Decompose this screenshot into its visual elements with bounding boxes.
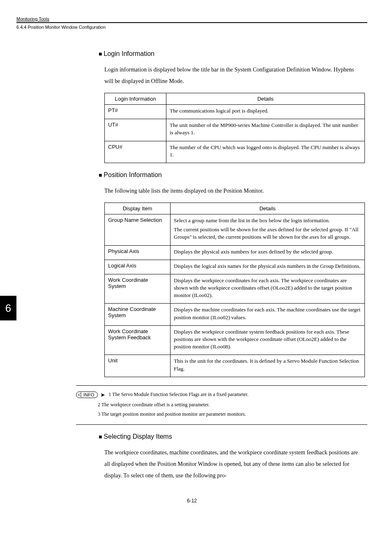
divider [76,424,367,425]
table-cell: The number of the CPU which was logged o… [166,141,365,163]
login-th-1: Details [166,93,365,105]
login-intro-text: Login information is displayed below the… [104,64,359,87]
table-cell: Displays the workpiece coordinates for e… [171,274,365,304]
table-row: CPU# [105,141,166,163]
info-note-2: 2 The workpiece coordinate offset is a s… [98,400,367,410]
section-heading-selecting: Selecting Display Items [99,433,359,440]
table-row: Unit [105,355,171,377]
position-th-0: Display Item [105,203,171,214]
table-row: Work Coordinate System [105,274,171,304]
section-heading-position: Position Information [99,171,359,179]
table-cell: The communications logical port is displ… [166,105,365,119]
page-number: 6-12 [16,498,367,504]
chapter-side-tab: 6 [0,296,16,320]
selecting-intro-text: The workpiece coordinates, machine coord… [104,447,359,481]
info-note-1: 1 The Servo Module Function Selection Fl… [108,391,248,398]
table-row: PT# [105,105,166,119]
table-cell: This is the unit for the coordinates. It… [171,355,365,377]
table-cell: Displays the workpiece coordinate system… [171,325,365,355]
info-note-row: INFO ➤ 1 The Servo Module Function Selec… [76,391,367,398]
table-row: Group Name Selection [105,214,171,245]
login-info-table: Login Information Details PT# The commun… [104,93,365,163]
info-badge-label: INFO [83,392,94,397]
running-header-title: Monitoring Tools [16,16,367,21]
table-cell: Displays the machine coordinates for eac… [171,304,365,325]
position-intro-text: The following table lists the items disp… [104,185,359,197]
divider [76,385,367,386]
info-note-3: 3 The target position monitor and positi… [98,410,367,419]
info-speaker-icon [78,392,82,397]
table-row: Logical Axis [105,260,171,274]
table-row: Physical Axis [105,245,171,260]
login-th-0: Login Information [105,93,166,105]
table-row: UT# [105,119,166,141]
table-cell: The unit number of the MP900-series Mach… [166,119,365,141]
running-header-sub: 6.4.4 Position Monitor Window Configurat… [16,22,367,30]
table-row: Work Coordinate System Feedback [105,325,171,355]
arrow-right-icon: ➤ [100,391,105,398]
table-cell: Displays the physical axis numbers for a… [171,245,365,260]
section-heading-login: Login Information [99,50,359,58]
table-row: Machine Coordinate System [105,304,171,325]
position-th-1: Details [171,203,365,214]
table-cell: Displays the logical axis names for the … [171,260,365,274]
table-cell: Select a group name from the list in the… [171,214,365,245]
position-info-table: Display Item Details Group Name Selectio… [104,203,365,377]
info-badge: INFO [76,391,98,398]
